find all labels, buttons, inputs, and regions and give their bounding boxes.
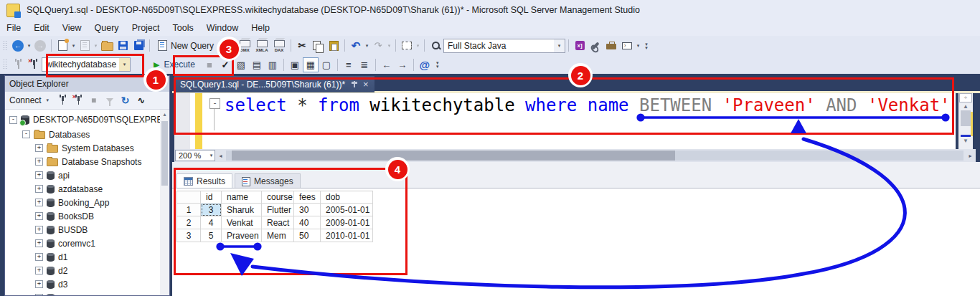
collapse-icon[interactable]: - <box>9 116 17 124</box>
tree-item-d3[interactable]: +d3 <box>5 277 160 291</box>
live-query-stats-icon[interactable]: ▤ <box>249 57 265 72</box>
new-query-button[interactable]: New Query <box>153 38 219 53</box>
scroll-down-icon[interactable]: ▼ <box>963 137 969 145</box>
chevron-down-icon[interactable]: ▾ <box>415 43 421 49</box>
expand-icon[interactable]: + <box>35 294 43 295</box>
xmla-query-icon[interactable]: XMLA <box>253 40 270 52</box>
expand-icon[interactable]: + <box>35 253 43 261</box>
tree-scrollbar[interactable]: ▴ <box>160 110 169 295</box>
oe-disconnect-icon[interactable]: × <box>71 94 85 107</box>
comment-icon[interactable]: ≡ <box>341 57 357 72</box>
save-all-icon[interactable] <box>131 38 146 53</box>
scroll-right-icon[interactable]: ▸ <box>965 153 976 159</box>
navigate-back-icon[interactable]: ← <box>10 38 26 53</box>
paste-icon[interactable] <box>326 38 341 53</box>
expand-icon[interactable]: + <box>35 212 43 220</box>
toolbar-search-combo[interactable]: Full Stack Java▾ <box>443 39 565 53</box>
column-header-dob[interactable]: dob <box>321 191 373 204</box>
collapse-icon[interactable]: - <box>22 130 30 138</box>
menu-item-view[interactable]: View <box>56 22 88 34</box>
tree-item-d1[interactable]: +d1 <box>5 250 160 264</box>
menu-item-project[interactable]: Project <box>126 22 166 34</box>
tree-item-database-snapshots[interactable]: +Database Snapshots <box>5 155 160 168</box>
expand-icon[interactable]: + <box>35 158 43 166</box>
display-estimated-plan-icon[interactable]: ▧ <box>233 57 249 72</box>
expand-icon[interactable]: + <box>35 239 43 247</box>
query-document-tab[interactable]: SQLQuery1.sql - DE...5D09T\Sharuk (61))*… <box>174 76 374 92</box>
expand-icon[interactable]: + <box>35 144 43 152</box>
grid-cell[interactable]: 2005-01-01 <box>321 204 373 216</box>
row-header[interactable]: 3 <box>177 229 201 242</box>
breakpoint-margin[interactable] <box>174 93 190 149</box>
sqlcmd-mode-icon[interactable]: @ <box>417 57 433 72</box>
parse-icon[interactable]: ✓ <box>217 57 233 72</box>
panel-close-icon[interactable]: × <box>159 79 165 90</box>
toolbar-overflow-icon[interactable]: ▾▾ <box>641 42 651 49</box>
navigate-forward-icon[interactable]: → <box>32 38 48 53</box>
grid-cell[interactable]: Mem <box>262 229 294 242</box>
results-to-file-icon[interactable]: ▢ <box>319 57 334 72</box>
menu-item-edit[interactable]: Edit <box>27 22 56 34</box>
grid-cell[interactable]: Venkat <box>222 216 262 229</box>
dmx-query-icon[interactable]: DMX <box>236 40 253 52</box>
specify-template-icon[interactable]: ▣ <box>287 57 303 72</box>
scroll-thumb[interactable] <box>961 110 971 126</box>
menu-item-file[interactable]: File <box>0 22 27 34</box>
toolbar-grip[interactable] <box>3 59 8 70</box>
uncomment-icon[interactable]: ≣ <box>357 57 372 72</box>
tree-item-booksdb[interactable]: +BooksDB <box>5 209 160 223</box>
sql-code-line[interactable]: select * from wikitechytable where name … <box>225 95 951 115</box>
scroll-thumb[interactable] <box>232 151 675 161</box>
expand-icon[interactable]: + <box>35 280 43 288</box>
menu-item-help[interactable]: Help <box>245 22 276 34</box>
menu-item-tools[interactable]: Tools <box>166 22 200 34</box>
tree-item-d2[interactable]: +d2 <box>5 264 160 277</box>
chevron-down-icon[interactable]: ▾ <box>70 43 77 49</box>
wrench-icon[interactable] <box>588 38 603 53</box>
oe-connect-plug-icon[interactable] <box>55 94 70 107</box>
find-icon[interactable] <box>428 38 443 53</box>
grid-cell[interactable]: Flutter <box>262 204 294 216</box>
chevron-down-icon[interactable]: ▾ <box>119 58 130 71</box>
connect-button[interactable]: Connect ▾ <box>9 95 54 105</box>
column-header-id[interactable]: id <box>201 191 222 204</box>
cancel-query-icon[interactable]: ■ <box>202 57 217 72</box>
tree-item-booking-app[interactable]: +Booking_App <box>5 196 160 209</box>
tab-close-icon[interactable]: × <box>363 80 369 89</box>
splitter-handle-icon[interactable]: ÷ <box>959 93 972 102</box>
grid-cell[interactable]: 50 <box>294 229 321 242</box>
oe-refresh-icon[interactable]: ↻ <box>118 94 133 107</box>
results-to-grid-icon[interactable]: ▦ <box>303 57 319 72</box>
chevron-down-icon[interactable]: ▾ <box>364 43 370 49</box>
scroll-left-icon[interactable]: ◂ <box>215 153 226 159</box>
editor-horizontal-scrollbar[interactable]: 200 % ▾ ◂ ▸ <box>174 149 976 162</box>
tree-item-databases[interactable]: -Databases <box>5 128 160 141</box>
pin-icon[interactable] <box>351 81 357 87</box>
scroll-up-icon[interactable]: ▴ <box>163 110 166 120</box>
connect-plug-icon[interactable] <box>10 57 26 72</box>
open-file-icon[interactable] <box>99 38 115 53</box>
expand-icon[interactable]: + <box>35 185 43 193</box>
chevron-down-icon[interactable]: ▾ <box>93 43 99 49</box>
selection-icon[interactable] <box>399 38 415 53</box>
grid-cell[interactable]: Praveen <box>222 229 262 242</box>
menu-item-window[interactable]: Window <box>200 22 245 34</box>
execute-button[interactable]: ▶Execute <box>147 57 202 72</box>
menu-item-query[interactable]: Query <box>88 22 126 34</box>
chevron-down-icon[interactable]: ▾ <box>554 39 565 52</box>
oe-stop-icon[interactable]: ■ <box>87 94 101 107</box>
editor-zoom-select[interactable]: 200 % ▾ <box>175 150 215 161</box>
expand-icon[interactable]: + <box>35 199 43 206</box>
new-project-icon[interactable] <box>55 38 70 53</box>
code-collapse-icon[interactable]: - <box>209 98 220 109</box>
row-header[interactable]: 1 <box>177 204 201 216</box>
toolbar-overflow-icon[interactable]: ▾▾ <box>433 61 443 68</box>
tab-messages[interactable]: Messages <box>235 173 301 188</box>
toolbar-grip[interactable] <box>3 40 8 52</box>
chevron-down-icon[interactable]: ▾ <box>635 43 641 49</box>
oe-filter-icon[interactable] <box>103 94 117 107</box>
tree-item-coremvc1[interactable]: +coremvc1 <box>5 237 160 250</box>
expand-icon[interactable]: + <box>35 267 43 274</box>
chevron-down-icon[interactable]: ▾ <box>386 43 392 49</box>
increase-indent-icon[interactable]: → <box>395 57 410 72</box>
